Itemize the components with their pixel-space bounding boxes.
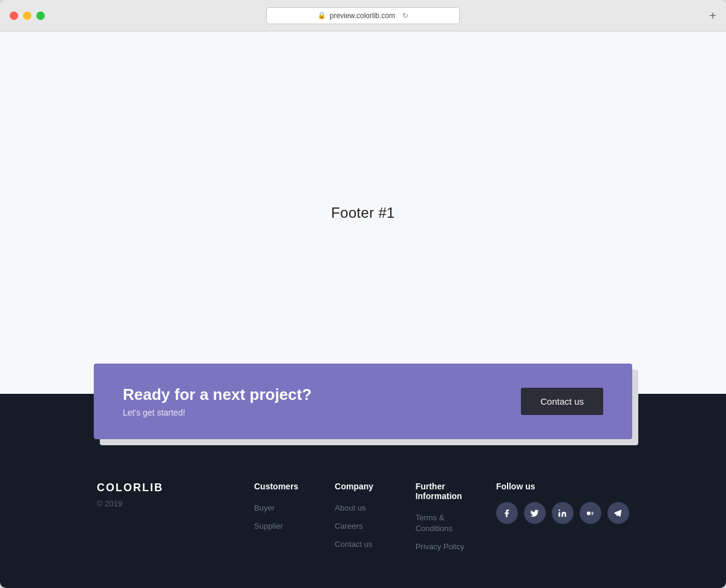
follow-us-title: Follow us [496, 482, 629, 491]
facebook-icon[interactable] [496, 502, 518, 524]
contact-us-link[interactable]: Contact us [335, 540, 372, 549]
supplier-link[interactable]: Supplier [254, 521, 283, 531]
further-info-links: Terms & Conditions Privacy Policy [416, 512, 472, 552]
list-item: Careers [335, 520, 391, 531]
cta-text: Ready for a next project? Let's get star… [123, 385, 312, 417]
minimize-button[interactable] [23, 11, 31, 20]
top-section: Footer #1 [0, 31, 726, 394]
lock-icon: 🔒 [318, 11, 326, 19]
footer-col-further-info: Further Information Terms & Conditions P… [404, 482, 484, 552]
footer-content: COLORLIB © 2019 Customers Buyer Supplier… [0, 469, 726, 588]
new-tab-button[interactable]: + [709, 10, 716, 22]
footer-col-company: Company About us Careers Contact us [322, 482, 403, 552]
terms-conditions-link[interactable]: Terms & Conditions [416, 513, 453, 533]
refresh-icon[interactable]: ↻ [402, 11, 408, 20]
browser-content: Footer #1 Ready for a next project? Let'… [0, 31, 726, 588]
traffic-lights [10, 11, 45, 20]
cta-card: Ready for a next project? Let's get star… [94, 364, 632, 439]
company-links: About us Careers Contact us [335, 502, 391, 549]
footer-section: Ready for a next project? Let's get star… [0, 394, 726, 588]
customers-links: Buyer Supplier [254, 502, 310, 531]
company-title: Company [335, 482, 391, 491]
close-button[interactable] [10, 11, 18, 20]
customers-title: Customers [254, 482, 310, 491]
page-title: Footer #1 [331, 204, 394, 221]
careers-link[interactable]: Careers [335, 521, 362, 531]
footer-follow: Follow us [484, 482, 629, 552]
brand-name: COLORLIB [97, 482, 218, 494]
medium-icon[interactable] [580, 502, 601, 524]
maximize-button[interactable] [36, 11, 45, 20]
list-item: Contact us [335, 538, 391, 549]
svg-point-0 [559, 509, 561, 511]
buyer-link[interactable]: Buyer [254, 503, 275, 512]
footer-col-customers: Customers Buyer Supplier [242, 482, 322, 552]
address-bar[interactable]: 🔒 preview.colorlib.com ↻ [266, 7, 460, 24]
list-item: Buyer [254, 502, 310, 513]
title-bar: 🔒 preview.colorlib.com ↻ + [0, 0, 726, 31]
social-icons [496, 502, 629, 524]
list-item: Supplier [254, 520, 310, 531]
brand-year: © 2019 [97, 499, 218, 508]
list-item: Terms & Conditions [416, 512, 472, 534]
cta-heading: Ready for a next project? [123, 385, 312, 404]
list-item: Privacy Policy [416, 541, 472, 552]
telegram-icon[interactable] [607, 502, 629, 524]
further-info-title: Further Information [416, 482, 472, 501]
contact-us-button[interactable]: Contact us [521, 388, 603, 415]
page-wrapper: Footer #1 Ready for a next project? Let'… [0, 31, 726, 588]
mac-window: 🔒 preview.colorlib.com ↻ + Footer #1 Rea… [0, 0, 726, 588]
cta-subtext: Let's get started! [123, 408, 312, 417]
privacy-policy-link[interactable]: Privacy Policy [416, 542, 465, 551]
twitter-icon[interactable] [524, 502, 546, 524]
list-item: About us [335, 502, 391, 513]
cta-container: Ready for a next project? Let's get star… [94, 364, 632, 439]
footer-brand: COLORLIB © 2019 [97, 482, 218, 552]
about-us-link[interactable]: About us [335, 503, 365, 512]
linkedin-icon[interactable] [552, 502, 574, 524]
url-text: preview.colorlib.com [330, 11, 395, 20]
